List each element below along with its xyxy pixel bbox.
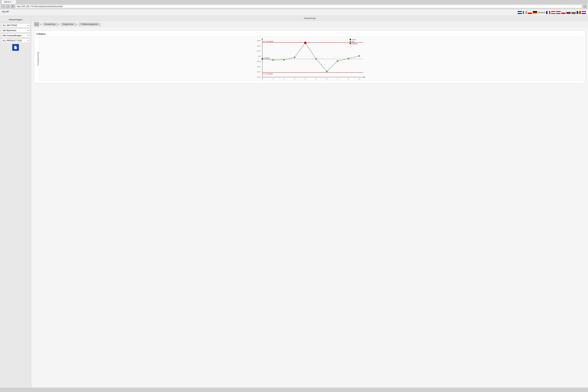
flag-ie[interactable] <box>523 11 527 14</box>
svg-text:119.2: 119.2 <box>257 76 260 78</box>
ucl-label: UCL 120.36696 <box>263 41 273 42</box>
flag-ro[interactable] <box>577 11 581 14</box>
refresh-button[interactable]: ↻ <box>11 4 14 8</box>
svg-text:119.6: 119.6 <box>257 66 260 68</box>
pdf-button[interactable] <box>12 44 19 51</box>
search-button[interactable]: 🔍 <box>583 4 587 8</box>
tab-bar: IDCS II × <box>0 0 588 4</box>
sidebar-title: Steuerungen <box>1 17 30 22</box>
tab-title: IDCS II <box>4 1 11 3</box>
svg-text:1: 1 <box>273 78 273 80</box>
breadcrumb-arrow-1: ► <box>39 23 42 26</box>
svg-text:3: 3 <box>294 78 295 80</box>
deutsch-label[interactable]: Deutsch <box>538 11 545 14</box>
data-point-4[interactable] <box>304 42 307 44</box>
tab-close-btn[interactable]: × <box>12 1 13 3</box>
pdf-icon <box>14 46 17 49</box>
breadcrumb-home[interactable]: ⌂ <box>34 22 39 26</box>
legend-trend-icon <box>350 39 351 40</box>
flag-ru[interactable] <box>566 11 571 14</box>
all-sections-wrapper: ALL SECTIONS ▼ <box>1 24 30 28</box>
flag-hu[interactable] <box>551 11 556 14</box>
svg-text:120.6: 120.6 <box>257 40 260 42</box>
content-header: Auswertung <box>31 16 588 21</box>
main-layout: Steuerungen ALL SECTIONS ▼ Alle Maschine… <box>0 16 588 388</box>
flag-bg[interactable] <box>572 11 576 14</box>
svg-text:7: 7 <box>337 78 338 80</box>
data-point-2[interactable] <box>283 59 285 61</box>
svg-text:119.8: 119.8 <box>257 61 260 62</box>
breadcrumb: ⌂ ► Auswertung ► Diagramme ► X Balkendia… <box>31 21 588 28</box>
language-flags: Deutsch <box>518 11 586 14</box>
flag-nl[interactable] <box>556 11 561 14</box>
flag-cz[interactable] <box>528 11 532 14</box>
content-area: Auswertung ⌂ ► Auswertung ► Diagramme ► … <box>31 16 588 388</box>
app-container: idcsII Deutsch Steuerungen ALL SECTIONS <box>0 9 588 388</box>
svg-text:2: 2 <box>283 78 284 80</box>
flag-fr[interactable] <box>546 11 551 14</box>
browser-tab[interactable]: IDCS II × <box>1 0 16 4</box>
svg-text:9: 9 <box>359 78 360 80</box>
svg-text:120.4: 120.4 <box>257 45 260 47</box>
chart-title: X-Balken <box>36 33 583 35</box>
flag-hr[interactable] <box>582 11 586 14</box>
browser-nav: ← → ↻ 🔍 <box>0 4 588 9</box>
chart-container: X-Balken Probegewicht (g) <box>34 30 585 83</box>
data-point-8[interactable] <box>348 58 349 60</box>
svg-text:4: 4 <box>305 78 306 80</box>
chart-body: Probegewicht (g) UCL 120.36696 <box>36 36 583 81</box>
breadcrumb-xbalken[interactable]: X Balkendiagramm <box>78 22 100 26</box>
alle-voreinstellungen-select[interactable]: Alle Voreinstellungen <box>1 34 30 38</box>
svg-text:6: 6 <box>326 78 327 80</box>
all-product-code-select[interactable]: ALL PRODUCT COD <box>1 38 30 43</box>
alle-maschinen-wrapper: Alle Maschinen ▼ <box>1 28 30 32</box>
address-bar[interactable] <box>15 5 582 8</box>
back-button[interactable]: ← <box>1 4 5 8</box>
all-product-code-wrapper: ALL PRODUCT COD ▼ <box>1 38 30 43</box>
svg-marker-16 <box>262 38 263 40</box>
chart-svg: UCL 120.36696 LCL 119.36904 X 119.888 <box>39 36 583 81</box>
breadcrumb-diagramme[interactable]: Diagramme <box>61 22 75 26</box>
svg-text:119.4: 119.4 <box>257 71 260 73</box>
y-axis-label: Probegewicht (g) <box>36 36 39 81</box>
app-logo: idcsII <box>2 10 9 15</box>
data-point-1[interactable] <box>272 59 274 61</box>
chart-svg-wrapper: UCL 120.36696 LCL 119.36904 X 119.888 <box>39 36 583 81</box>
data-point-3[interactable] <box>294 56 295 58</box>
data-point-0[interactable] <box>261 58 263 60</box>
svg-text:120: 120 <box>258 56 261 57</box>
flag-pl[interactable] <box>561 11 566 14</box>
mean-label: X 119.888 <box>263 57 270 59</box>
lcl-label: LCL 119.36904 <box>263 73 273 75</box>
data-point-5[interactable] <box>315 58 317 60</box>
svg-text:PROBE: PROBE <box>311 80 317 81</box>
svg-text:8: 8 <box>348 78 349 80</box>
legend-schlecht-icon <box>350 43 351 44</box>
svg-text:0: 0 <box>262 78 263 80</box>
breadcrumb-auswertung[interactable]: Auswertung <box>42 22 57 26</box>
data-point-9[interactable] <box>358 55 360 57</box>
flag-de[interactable] <box>533 11 537 14</box>
browser-chrome: IDCS II × ← → ↻ 🔍 <box>0 0 588 9</box>
svg-text:120.2: 120.2 <box>257 50 260 52</box>
legend-gut-icon <box>350 41 351 42</box>
all-sections-select[interactable]: ALL SECTIONS <box>1 24 30 28</box>
sidebar: Steuerungen ALL SECTIONS ▼ Alle Maschine… <box>0 16 31 388</box>
legend-schlecht-label: Schlecht <box>352 43 358 44</box>
forward-button[interactable]: → <box>6 4 10 8</box>
flag-uk[interactable] <box>518 11 522 14</box>
svg-marker-17 <box>364 76 365 78</box>
trend-line <box>262 43 359 72</box>
svg-text:5: 5 <box>316 78 317 80</box>
alle-voreinstellungen-wrapper: Alle Voreinstellungen ▼ <box>1 34 30 38</box>
data-point-7[interactable] <box>337 60 338 62</box>
app-header: idcsII Deutsch <box>0 9 588 16</box>
legend-trend-label: Trend <box>352 39 356 40</box>
alle-maschinen-select[interactable]: Alle Maschinen <box>1 28 30 32</box>
legend-gut-label: Gut <box>352 41 354 42</box>
data-point-6[interactable] <box>326 71 328 72</box>
